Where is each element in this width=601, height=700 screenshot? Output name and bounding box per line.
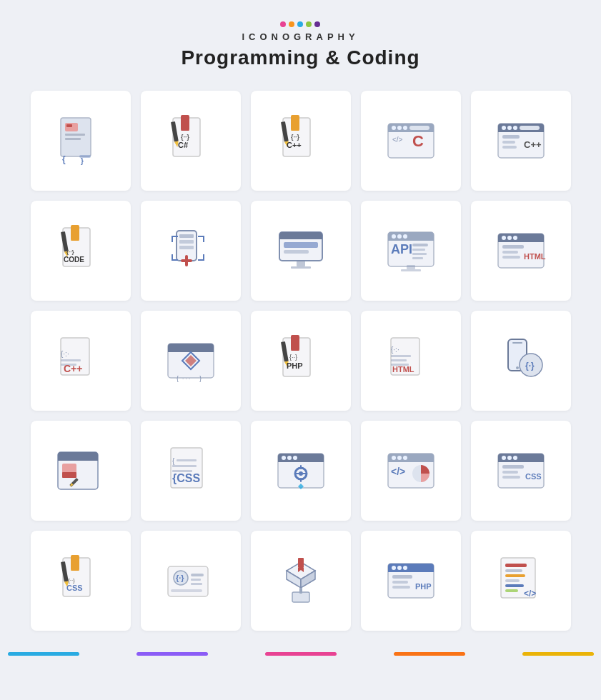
- svg-text:{·}: {·}: [525, 361, 535, 371]
- svg-rect-37: [520, 126, 540, 130]
- icon-card-code-doc-colored[interactable]: </>: [471, 531, 571, 631]
- icon-card-code-pie-browser[interactable]: </>: [361, 421, 461, 521]
- svg-point-25: [392, 126, 396, 130]
- dot-5: [314, 21, 320, 27]
- svg-rect-139: [295, 473, 299, 474]
- svg-point-133: [287, 456, 292, 460]
- svg-rect-158: [502, 476, 520, 479]
- svg-point-155: [513, 456, 517, 460]
- svg-text:C++: C++: [64, 363, 82, 374]
- svg-rect-58: [284, 242, 318, 248]
- svg-text:</>: </>: [524, 589, 536, 599]
- icon-card-screen-display[interactable]: [251, 201, 351, 301]
- svg-point-147: [403, 456, 407, 460]
- svg-point-113: [516, 366, 519, 369]
- svg-text:API: API: [391, 242, 412, 256]
- svg-rect-171: [191, 579, 201, 581]
- svg-rect-74: [401, 269, 421, 271]
- icon-card-mobile-layout[interactable]: [141, 201, 241, 301]
- svg-point-132: [282, 456, 286, 460]
- dot-2: [289, 21, 294, 27]
- svg-rect-174: [292, 592, 309, 602]
- icon-card-swift-app[interactable]: { } · · ·: [141, 311, 241, 411]
- svg-rect-138: [300, 478, 302, 482]
- page-title: Programming & Coding: [181, 46, 419, 69]
- svg-rect-52: [179, 246, 194, 249]
- svg-rect-112: [512, 342, 522, 344]
- svg-text:PHP: PHP: [287, 361, 303, 370]
- icon-card-3d-code[interactable]: [251, 531, 351, 631]
- svg-text:PHP: PHP: [415, 582, 432, 591]
- svg-rect-120: [62, 472, 76, 478]
- svg-rect-107: [391, 355, 411, 357]
- svg-text:CODE: CODE: [64, 256, 84, 264]
- icon-card-code-file[interactable]: { }: [31, 91, 131, 191]
- svg-point-146: [397, 456, 402, 460]
- svg-rect-125: [177, 459, 197, 461]
- icons-grid: { } {··} C# {··} C++: [31, 91, 571, 631]
- svg-rect-59: [284, 250, 309, 254]
- icon-card-code-bookmark[interactable]: {··} CODE: [31, 201, 131, 301]
- svg-rect-4: [65, 138, 81, 140]
- svg-text:</>: </>: [392, 136, 403, 144]
- brand-dots: [181, 21, 419, 27]
- svg-point-80: [513, 236, 517, 240]
- icon-card-php-file[interactable]: {··} PHP: [251, 311, 351, 411]
- icon-card-css-browser[interactable]: CSS: [471, 421, 571, 521]
- svg-rect-70: [412, 249, 425, 251]
- svg-text:C#: C#: [178, 141, 188, 149]
- svg-rect-83: [502, 256, 520, 259]
- icon-card-css-bookmark-file[interactable]: {··} CSS: [31, 531, 131, 631]
- svg-rect-108: [391, 359, 407, 361]
- svg-point-36: [513, 126, 517, 130]
- icon-card-c-browser[interactable]: </> C: [361, 91, 461, 191]
- page-header: ICONOGRAPHY Programming & Coding: [181, 21, 419, 69]
- svg-point-78: [502, 236, 506, 240]
- svg-rect-82: [502, 251, 518, 254]
- svg-text:{CSS: {CSS: [172, 472, 200, 484]
- svg-point-134: [293, 456, 297, 460]
- svg-text:</>: </>: [391, 466, 405, 477]
- svg-text:{·:·: {·:·: [391, 346, 399, 354]
- svg-rect-72: [412, 257, 423, 259]
- svg-rect-3: [65, 134, 85, 136]
- svg-rect-7: [79, 155, 91, 158]
- svg-rect-172: [191, 583, 202, 585]
- svg-rect-189: [392, 586, 410, 589]
- icon-card-settings-browser[interactable]: [251, 421, 351, 521]
- svg-rect-39: [502, 141, 515, 144]
- svg-rect-179: [298, 558, 304, 568]
- brand-name: ICONOGRAPHY: [181, 31, 419, 42]
- svg-rect-178: [299, 588, 302, 594]
- dot-3: [297, 21, 303, 27]
- svg-rect-140: [302, 473, 307, 474]
- svg-text:CSS: CSS: [525, 472, 542, 481]
- svg-text:· · ·: · · ·: [182, 376, 190, 382]
- svg-text:HTML: HTML: [524, 252, 546, 261]
- svg-rect-51: [179, 240, 194, 244]
- icon-card-php-browser[interactable]: PHP: [361, 531, 461, 631]
- icon-card-api-screen[interactable]: API: [361, 201, 461, 301]
- icon-card-cpp-doc[interactable]: {·:· C++: [31, 311, 131, 411]
- footer-bars: [8, 652, 594, 656]
- svg-rect-50: [179, 234, 194, 238]
- svg-rect-38: [502, 135, 520, 139]
- icon-card-html-browser[interactable]: HTML: [471, 201, 571, 301]
- svg-rect-195: [505, 579, 520, 582]
- icon-card-web-edit[interactable]: [31, 421, 131, 521]
- svg-text:{·:·: {·:·: [61, 350, 69, 358]
- icon-card-cpp-browser[interactable]: C++: [471, 91, 571, 191]
- svg-rect-69: [412, 244, 428, 246]
- icon-card-csharp-file[interactable]: {··} C#: [141, 91, 241, 191]
- svg-text:{··}: {··}: [289, 354, 297, 361]
- icon-card-mobile-code[interactable]: {·}: [471, 311, 571, 411]
- icon-card-code-id-card[interactable]: {·}: [141, 531, 241, 631]
- svg-point-27: [403, 126, 407, 130]
- icon-card-html-doc[interactable]: {·:· HTML: [361, 311, 461, 411]
- icon-card-css-doc[interactable]: { {CSS: [141, 421, 241, 521]
- icon-card-cpp-file[interactable]: {··} C++: [251, 91, 351, 191]
- svg-point-34: [502, 126, 506, 130]
- svg-point-184: [392, 566, 396, 570]
- svg-point-185: [397, 566, 402, 570]
- svg-rect-126: [172, 465, 197, 467]
